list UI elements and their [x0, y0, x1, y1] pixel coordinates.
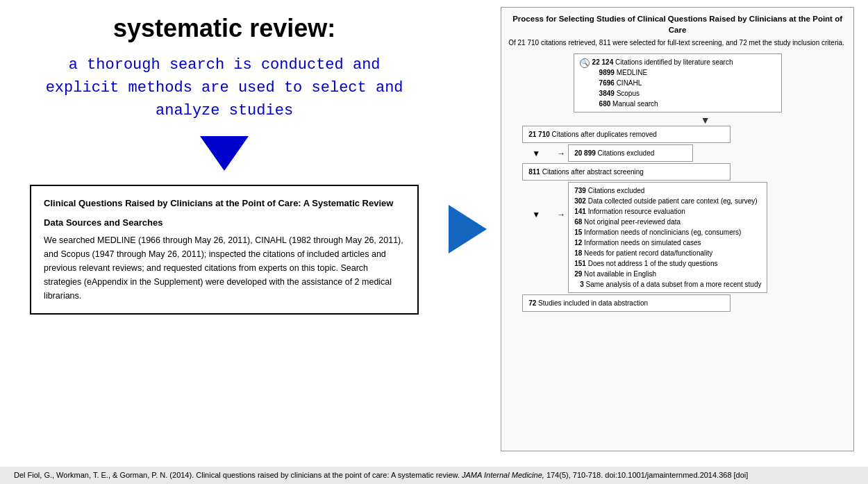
- flowchart-title: Process for Selecting Studies of Clinica…: [508, 13, 846, 35]
- flow-box-4: 72 Studies included in data abstraction: [522, 294, 731, 312]
- arrow-right-icon: [449, 7, 487, 451]
- article-box: Clinical Questions Raised by Clinicians …: [30, 185, 419, 315]
- flow-arrow-1: ▼: [564, 115, 846, 125]
- flow-box-1: 🔍 22 124 Citations identified by literat…: [574, 53, 782, 112]
- description-text: a thorough search is conducted and expli…: [14, 53, 435, 122]
- page-title: systematic review:: [113, 14, 335, 43]
- arrow-down-icon: [200, 136, 249, 171]
- flowchart-panel: Process for Selecting Studies of Clinica…: [501, 7, 854, 451]
- article-title: Clinical Questions Raised by Clinicians …: [44, 197, 405, 210]
- section-title: Data Sources and Searches: [44, 216, 405, 230]
- flow-box-excluded-2: 739 Citations excluded 302 Data collecte…: [568, 182, 767, 293]
- flow-box-excluded-1: 20 899 Citations excluded: [568, 144, 693, 162]
- flow-box-2: 21 710 Citations after duplicates remove…: [522, 126, 731, 143]
- citation-text: Del Fiol, G., Workman, T. E., & Gorman, …: [14, 471, 748, 479]
- article-body: We searched MEDLINE (1966 through May 26…: [44, 233, 405, 303]
- flow-box-3: 811 Citations after abstract screening: [522, 163, 731, 181]
- flowchart-subtitle: Of 21 710 citations retrieved, 811 were …: [508, 38, 846, 48]
- citation-bar: Del Fiol, G., Workman, T. E., & Gorman, …: [0, 467, 868, 484]
